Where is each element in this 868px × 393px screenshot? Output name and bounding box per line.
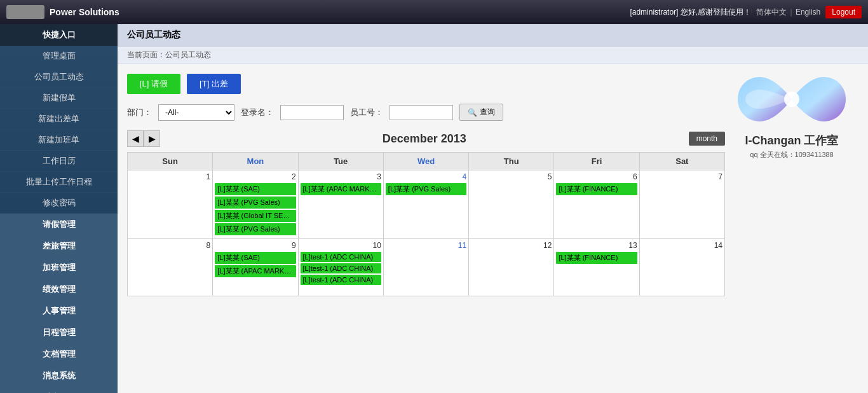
page-title: 公司员工动态 bbox=[127, 29, 180, 39]
logo-qq: qq 全天在线：1093411388 bbox=[728, 150, 855, 160]
app-header: Power Solutions [administrator] 您好,感谢登陆使… bbox=[0, 0, 868, 24]
calendar-header-row: Sun Mon Tue Wed Thu Fri Sat bbox=[128, 153, 725, 170]
cal-event-2[interactable]: [L]某某 (PVG Sales) bbox=[215, 197, 295, 209]
sidebar-item-new-leave[interactable]: 新建假单 bbox=[0, 88, 118, 109]
calendar-container: Sun Mon Tue Wed Thu Fri Sat bbox=[127, 152, 725, 296]
header-right: [administrator] 您好,感谢登陆使用！ 简体中文 | Englis… bbox=[630, 6, 862, 18]
page-header: 公司员工动态 bbox=[118, 24, 868, 46]
cal-event-9[interactable]: [L]某某 (APAC MARKETING) bbox=[215, 265, 295, 277]
user-greeting: [administrator] 您好,感谢登陆使用！ bbox=[630, 7, 751, 18]
col-sat: Sat bbox=[639, 153, 724, 170]
cal-event-5[interactable]: [L]某某 (APAC MARKETING) bbox=[301, 183, 381, 195]
cal-cell-sun-8: 8 bbox=[128, 239, 213, 296]
cal-event-4[interactable]: [L]某某 (PVG Sales) bbox=[215, 223, 295, 235]
sidebar-item-work-calendar[interactable]: 工作日历 bbox=[0, 151, 118, 172]
sidebar-item-new-trip[interactable]: 新建出差单 bbox=[0, 109, 118, 130]
calendar-title: December 2013 bbox=[160, 132, 689, 146]
col-mon: Mon bbox=[213, 153, 298, 170]
lang-switch[interactable]: 简体中文 | English bbox=[756, 7, 820, 18]
cal-event-1[interactable]: [L]某某 (SAE) bbox=[215, 183, 295, 195]
logout-button[interactable]: Logout bbox=[825, 6, 862, 18]
cal-prev-button[interactable]: ◀ bbox=[127, 130, 144, 147]
sidebar-section-title: 快捷入口 bbox=[0, 24, 118, 46]
dept-label: 部门： bbox=[127, 107, 152, 118]
cal-cell-tue-10: 10 [L]test-1 (ADC CHINA) [L]test-1 (ADC … bbox=[298, 239, 383, 296]
cal-cell-thu-5: 5 bbox=[469, 170, 554, 239]
sidebar-item-hr-mgmt[interactable]: 人事管理 bbox=[0, 300, 118, 322]
cal-event-11[interactable]: [L]test-1 (ADC CHINA) bbox=[301, 263, 381, 273]
main-layout: 快捷入口 管理桌面 公司员工动态 新建假单 新建出差单 新建加班单 工作日历 批… bbox=[0, 24, 868, 393]
col-sun: Sun bbox=[128, 153, 213, 170]
cal-next-button[interactable]: ▶ bbox=[144, 130, 160, 147]
app-title: Power Solutions bbox=[50, 7, 119, 17]
cal-event-6[interactable]: [L]某某 (PVG Sales) bbox=[386, 183, 466, 195]
col-thu: Thu bbox=[469, 153, 554, 170]
sidebar-item-travel-mgmt[interactable]: 差旅管理 bbox=[0, 235, 118, 257]
sidebar-item-dashboard[interactable]: 管理桌面 bbox=[0, 46, 118, 67]
lang-cn-link[interactable]: 简体中文 bbox=[756, 8, 787, 17]
cal-event-3[interactable]: [L]某某 (Global IT SERVICE) bbox=[215, 210, 295, 222]
cal-event-10[interactable]: [L]test-1 (ADC CHINA) bbox=[301, 252, 381, 262]
cal-event-8[interactable]: [L]某某 (SAE) bbox=[215, 252, 295, 264]
search-button[interactable]: 🔍 查询 bbox=[459, 104, 503, 121]
sidebar: 快捷入口 管理桌面 公司员工动态 新建假单 新建出差单 新建加班单 工作日历 批… bbox=[0, 24, 118, 393]
cal-cell-fri-6: 6 [L]某某 (FINANCE) bbox=[554, 170, 639, 239]
sidebar-item-system-mgmt[interactable]: 系统管理 bbox=[0, 387, 118, 393]
cal-cell-sun-1: 1 bbox=[128, 170, 213, 239]
logo-area: I-Changan 工作室 qq 全天在线：1093411388 bbox=[728, 71, 855, 160]
sidebar-item-schedule-mgmt[interactable]: 日程管理 bbox=[0, 322, 118, 343]
cal-cell-mon-2: 2 [L]某某 (SAE) [L]某某 (PVG Sales) [L]某某 (G… bbox=[213, 170, 298, 239]
cal-cell-sat-7: 7 bbox=[639, 170, 724, 239]
col-fri: Fri bbox=[554, 153, 639, 170]
calendar-table: Sun Mon Tue Wed Thu Fri Sat bbox=[127, 152, 725, 296]
calendar-nav: ◀ ▶ December 2013 month bbox=[127, 130, 725, 147]
lang-en-link[interactable]: English bbox=[796, 8, 820, 17]
cal-cell-tue-3: 3 [L]某某 (APAC MARKETING) bbox=[298, 170, 383, 239]
company-logo bbox=[6, 5, 44, 19]
cal-event-7[interactable]: [L]某某 (FINANCE) bbox=[556, 183, 637, 195]
sidebar-item-employee-activity[interactable]: 公司员工动态 bbox=[0, 67, 118, 88]
search-label: 查询 bbox=[480, 107, 495, 118]
leave-button[interactable]: [L] 请假 bbox=[127, 74, 180, 94]
sidebar-item-batch-upload[interactable]: 批量上传工作日程 bbox=[0, 172, 118, 193]
emp-id-input[interactable] bbox=[390, 105, 453, 120]
sidebar-item-performance-mgmt[interactable]: 绩效管理 bbox=[0, 279, 118, 300]
content-area: I-Changan 工作室 qq 全天在线：1093411388 [L] 请假 … bbox=[118, 64, 868, 306]
cal-cell-wed-11: 11 bbox=[383, 239, 468, 296]
emp-id-label: 员工号： bbox=[350, 107, 383, 118]
cal-event-13[interactable]: [L]某某 (FINANCE) bbox=[556, 252, 637, 264]
business-trip-button[interactable]: [T] 出差 bbox=[187, 74, 241, 94]
sidebar-item-overtime-mgmt[interactable]: 加班管理 bbox=[0, 257, 118, 279]
sidebar-item-new-overtime[interactable]: 新建加班单 bbox=[0, 130, 118, 151]
breadcrumb: 当前页面：公司员工动态 bbox=[118, 46, 868, 64]
login-input[interactable] bbox=[280, 105, 344, 120]
calendar-week-2: 8 9 [L]某某 (SAE) [L]某某 (APAC MARKETING) 1… bbox=[128, 239, 725, 296]
cal-cell-fri-13: 13 [L]某某 (FINANCE) bbox=[554, 239, 639, 296]
sidebar-item-message-system[interactable]: 消息系统 bbox=[0, 365, 118, 387]
cal-cell-wed-4: 4 [L]某某 (PVG Sales) bbox=[383, 170, 468, 239]
dept-select[interactable]: -All- bbox=[158, 104, 234, 121]
cal-cell-sat-14: 14 bbox=[639, 239, 724, 296]
main-content: 公司员工动态 当前页面：公司员工动态 bbox=[118, 24, 868, 393]
calendar-week-1: 1 2 [L]某某 (SAE) [L]某某 (PVG Sales) [L]某某 … bbox=[128, 170, 725, 239]
month-view-button[interactable]: month bbox=[689, 132, 725, 146]
sidebar-item-change-password[interactable]: 修改密码 bbox=[0, 193, 118, 214]
cal-cell-thu-12: 12 bbox=[469, 239, 554, 296]
sidebar-item-leave-mgmt[interactable]: 请假管理 bbox=[0, 214, 118, 235]
col-wed: Wed bbox=[383, 153, 468, 170]
cal-cell-mon-9: 9 [L]某某 (SAE) [L]某某 (APAC MARKETING) bbox=[213, 239, 298, 296]
logo-title: I-Changan 工作室 bbox=[728, 133, 855, 148]
search-icon: 🔍 bbox=[468, 108, 477, 117]
cal-event-12[interactable]: [L]test-1 (ADC CHINA) bbox=[301, 275, 381, 285]
login-label: 登录名： bbox=[241, 107, 274, 118]
infinity-logo-svg bbox=[738, 71, 846, 128]
header-left: Power Solutions bbox=[6, 5, 119, 19]
sidebar-item-doc-mgmt[interactable]: 文档管理 bbox=[0, 343, 118, 365]
col-tue: Tue bbox=[298, 153, 383, 170]
